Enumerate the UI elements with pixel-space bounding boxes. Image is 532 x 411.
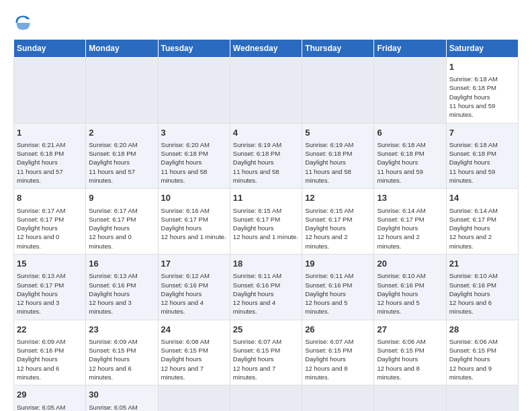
day-info: Sunrise: 6:20 AMSunset: 6:18 PMDaylight … bbox=[89, 141, 137, 184]
day-info: Sunrise: 6:07 AMSunset: 6:15 PMDaylight … bbox=[233, 338, 281, 381]
calendar-cell: 23Sunrise: 6:09 AMSunset: 6:15 PMDayligh… bbox=[86, 320, 158, 385]
calendar-cell bbox=[374, 385, 446, 411]
day-info: Sunrise: 6:15 AMSunset: 6:17 PMDaylight … bbox=[305, 207, 353, 250]
day-info: Sunrise: 6:09 AMSunset: 6:16 PMDaylight … bbox=[17, 338, 65, 381]
calendar-cell: 19Sunrise: 6:11 AMSunset: 6:16 PMDayligh… bbox=[302, 255, 374, 320]
day-number: 22 bbox=[17, 324, 83, 336]
day-info: Sunrise: 6:17 AMSunset: 6:17 PMDaylight … bbox=[89, 207, 137, 250]
day-number: 27 bbox=[377, 324, 443, 336]
calendar-cell: 3Sunrise: 6:20 AMSunset: 6:18 PMDaylight… bbox=[158, 123, 230, 189]
day-info: Sunrise: 6:07 AMSunset: 6:15 PMDaylight … bbox=[305, 338, 353, 381]
day-number: 20 bbox=[377, 258, 443, 270]
day-info: Sunrise: 6:09 AMSunset: 6:15 PMDaylight … bbox=[89, 338, 137, 381]
col-header-saturday: Saturday bbox=[446, 40, 518, 58]
calendar-week-row: 1Sunrise: 6:18 AMSunset: 6:18 PMDaylight… bbox=[14, 58, 519, 124]
day-number: 19 bbox=[305, 258, 371, 270]
calendar-cell bbox=[14, 58, 86, 124]
logo-icon bbox=[13, 13, 32, 32]
day-number: 6 bbox=[377, 127, 443, 139]
day-number: 29 bbox=[17, 389, 83, 401]
calendar-cell: 11Sunrise: 6:15 AMSunset: 6:17 PMDayligh… bbox=[230, 189, 302, 255]
day-info: Sunrise: 6:13 AMSunset: 6:17 PMDaylight … bbox=[17, 272, 65, 315]
calendar-cell: 1Sunrise: 6:18 AMSunset: 6:18 PMDaylight… bbox=[446, 58, 518, 124]
calendar-cell: 20Sunrise: 6:10 AMSunset: 6:16 PMDayligh… bbox=[374, 255, 446, 320]
day-info: Sunrise: 6:15 AMSunset: 6:17 PMDaylight … bbox=[233, 207, 298, 241]
day-info: Sunrise: 6:13 AMSunset: 6:16 PMDaylight … bbox=[89, 272, 137, 315]
calendar-cell: 13Sunrise: 6:14 AMSunset: 6:17 PMDayligh… bbox=[374, 189, 446, 255]
calendar-cell: 15Sunrise: 6:13 AMSunset: 6:17 PMDayligh… bbox=[14, 255, 86, 320]
calendar-cell: 14Sunrise: 6:14 AMSunset: 6:17 PMDayligh… bbox=[446, 189, 518, 255]
calendar-cell: 28Sunrise: 6:06 AMSunset: 6:15 PMDayligh… bbox=[446, 320, 518, 385]
calendar-cell: 9Sunrise: 6:17 AMSunset: 6:17 PMDaylight… bbox=[86, 189, 158, 255]
day-info: Sunrise: 6:19 AMSunset: 6:18 PMDaylight … bbox=[233, 141, 281, 184]
calendar-cell: 4Sunrise: 6:19 AMSunset: 6:18 PMDaylight… bbox=[230, 123, 302, 189]
calendar-cell bbox=[302, 385, 374, 411]
day-info: Sunrise: 6:21 AMSunset: 6:18 PMDaylight … bbox=[17, 141, 65, 184]
day-number: 10 bbox=[161, 192, 227, 204]
calendar-table: SundayMondayTuesdayWednesdayThursdayFrid… bbox=[13, 39, 519, 411]
calendar-cell: 8Sunrise: 6:17 AMSunset: 6:17 PMDaylight… bbox=[14, 189, 86, 255]
day-number: 1 bbox=[17, 127, 83, 139]
calendar-cell: 26Sunrise: 6:07 AMSunset: 6:15 PMDayligh… bbox=[302, 320, 374, 385]
logo bbox=[13, 13, 35, 32]
calendar-cell: 16Sunrise: 6:13 AMSunset: 6:16 PMDayligh… bbox=[86, 255, 158, 320]
day-number: 16 bbox=[89, 258, 154, 270]
day-number: 26 bbox=[305, 324, 371, 336]
calendar-cell: 24Sunrise: 6:08 AMSunset: 6:15 PMDayligh… bbox=[158, 320, 230, 385]
col-header-tuesday: Tuesday bbox=[158, 40, 230, 58]
calendar-cell bbox=[230, 385, 302, 411]
day-number: 11 bbox=[233, 192, 299, 204]
day-number: 30 bbox=[89, 389, 154, 401]
day-number: 14 bbox=[449, 192, 515, 204]
day-info: Sunrise: 6:20 AMSunset: 6:18 PMDaylight … bbox=[161, 141, 210, 184]
day-info: Sunrise: 6:10 AMSunset: 6:16 PMDaylight … bbox=[449, 272, 498, 315]
calendar-cell bbox=[446, 385, 518, 411]
day-number: 9 bbox=[89, 192, 154, 204]
day-number: 18 bbox=[233, 258, 299, 270]
calendar-cell: 27Sunrise: 6:06 AMSunset: 6:15 PMDayligh… bbox=[374, 320, 446, 385]
calendar-cell bbox=[158, 385, 230, 411]
calendar-cell: 21Sunrise: 6:10 AMSunset: 6:16 PMDayligh… bbox=[446, 255, 518, 320]
calendar-cell: 10Sunrise: 6:16 AMSunset: 6:17 PMDayligh… bbox=[158, 189, 230, 255]
day-info: Sunrise: 6:11 AMSunset: 6:16 PMDaylight … bbox=[233, 272, 281, 315]
calendar-cell: 12Sunrise: 6:15 AMSunset: 6:17 PMDayligh… bbox=[302, 189, 374, 255]
day-info: Sunrise: 6:08 AMSunset: 6:15 PMDaylight … bbox=[161, 338, 210, 381]
col-header-wednesday: Wednesday bbox=[230, 40, 302, 58]
calendar-cell: 25Sunrise: 6:07 AMSunset: 6:15 PMDayligh… bbox=[230, 320, 302, 385]
calendar-header-row: SundayMondayTuesdayWednesdayThursdayFrid… bbox=[14, 40, 519, 58]
col-header-friday: Friday bbox=[374, 40, 446, 58]
calendar-cell bbox=[230, 58, 302, 124]
calendar-week-row: 15Sunrise: 6:13 AMSunset: 6:17 PMDayligh… bbox=[14, 255, 519, 320]
day-info: Sunrise: 6:18 AMSunset: 6:18 PMDaylight … bbox=[449, 75, 498, 118]
day-info: Sunrise: 6:12 AMSunset: 6:16 PMDaylight … bbox=[161, 272, 210, 315]
calendar-cell: 29Sunrise: 6:05 AMSunset: 6:15 PMDayligh… bbox=[14, 385, 86, 411]
calendar-cell: 6Sunrise: 6:18 AMSunset: 6:18 PMDaylight… bbox=[374, 123, 446, 189]
calendar-cell bbox=[302, 58, 374, 124]
day-info: Sunrise: 6:06 AMSunset: 6:15 PMDaylight … bbox=[449, 338, 498, 381]
col-header-sunday: Sunday bbox=[14, 40, 86, 58]
day-number: 8 bbox=[17, 192, 83, 204]
day-number: 2 bbox=[89, 127, 154, 139]
day-info: Sunrise: 6:17 AMSunset: 6:17 PMDaylight … bbox=[17, 207, 65, 250]
day-info: Sunrise: 6:16 AMSunset: 6:17 PMDaylight … bbox=[161, 207, 226, 241]
day-info: Sunrise: 6:05 AMSunset: 6:15 PMDaylight … bbox=[89, 404, 137, 411]
day-number: 5 bbox=[305, 127, 371, 139]
day-number: 1 bbox=[449, 61, 515, 73]
header bbox=[13, 13, 519, 32]
calendar-cell: 5Sunrise: 6:19 AMSunset: 6:18 PMDaylight… bbox=[302, 123, 374, 189]
day-number: 25 bbox=[233, 324, 299, 336]
day-info: Sunrise: 6:19 AMSunset: 6:18 PMDaylight … bbox=[305, 141, 353, 184]
day-number: 13 bbox=[377, 192, 443, 204]
calendar-cell: 2Sunrise: 6:20 AMSunset: 6:18 PMDaylight… bbox=[86, 123, 158, 189]
day-info: Sunrise: 6:14 AMSunset: 6:17 PMDaylight … bbox=[377, 207, 425, 250]
day-info: Sunrise: 6:14 AMSunset: 6:17 PMDaylight … bbox=[449, 207, 498, 250]
calendar-cell: 17Sunrise: 6:12 AMSunset: 6:16 PMDayligh… bbox=[158, 255, 230, 320]
col-header-monday: Monday bbox=[86, 40, 158, 58]
calendar-cell bbox=[374, 58, 446, 124]
calendar-cell: 18Sunrise: 6:11 AMSunset: 6:16 PMDayligh… bbox=[230, 255, 302, 320]
day-number: 7 bbox=[449, 127, 515, 139]
day-number: 28 bbox=[449, 324, 515, 336]
day-info: Sunrise: 6:18 AMSunset: 6:18 PMDaylight … bbox=[377, 141, 425, 184]
day-info: Sunrise: 6:10 AMSunset: 6:16 PMDaylight … bbox=[377, 272, 425, 315]
calendar-week-row: 8Sunrise: 6:17 AMSunset: 6:17 PMDaylight… bbox=[14, 189, 519, 255]
